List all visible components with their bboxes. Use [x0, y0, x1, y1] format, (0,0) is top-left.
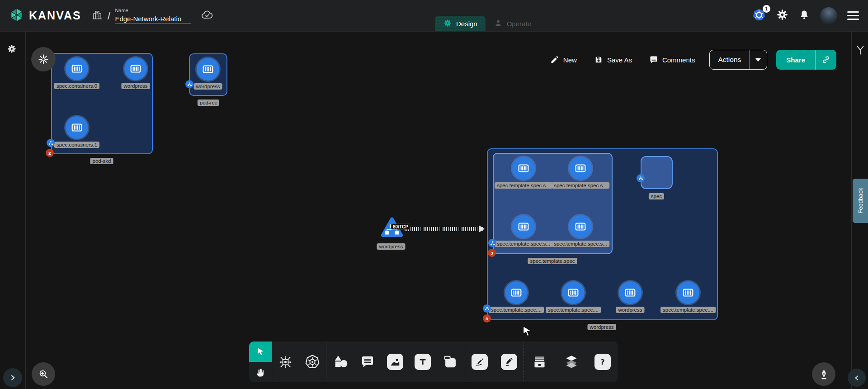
kanvas-logo[interactable]: KANVAS	[9, 7, 81, 24]
wordpress-outer-network-badge[interactable]	[483, 304, 491, 313]
organization-icon[interactable]	[91, 9, 103, 23]
node-label: spec.template.spec.s...	[552, 241, 609, 247]
node-label: wordpress	[121, 83, 150, 89]
freehand-pencil-icon	[501, 354, 517, 370]
spec-network-badge[interactable]	[637, 174, 645, 182]
tab-design-label: Design	[456, 20, 477, 28]
drawer-tool-button[interactable]	[524, 342, 556, 382]
container-icon[interactable]	[569, 157, 592, 180]
zoom-in-button[interactable]	[32, 362, 55, 386]
node-label: spec.containers.1	[54, 142, 99, 148]
container-icon[interactable]	[619, 281, 642, 304]
left-rail	[0, 32, 26, 389]
text-icon	[415, 354, 431, 370]
node-label: spec.template.spec.s...	[552, 182, 609, 189]
y-tool-icon[interactable]	[854, 44, 866, 58]
mesh-component-tool-button[interactable]	[272, 342, 299, 382]
save-as-button[interactable]: Save As	[588, 50, 638, 70]
pod-skd-network-badge[interactable]	[47, 139, 55, 147]
feedback-label: Feedback	[857, 188, 864, 213]
spec-template-network-badge[interactable]	[488, 239, 496, 247]
settings-gear-icon[interactable]	[776, 9, 788, 23]
group-spec-template-spec[interactable]	[493, 153, 613, 254]
user-avatar[interactable]	[820, 7, 837, 24]
tab-operate-label: Operate	[507, 20, 531, 28]
share-button[interactable]: Share	[776, 50, 836, 70]
tab-operate[interactable]: Operate	[486, 16, 539, 31]
wordpress-outer-count-badge[interactable]: 3	[483, 314, 491, 323]
node-spec[interactable]	[641, 156, 673, 189]
group-label-pod-skd: pod-skd	[90, 158, 113, 164]
design-flower-icon	[443, 19, 452, 29]
edge-arrowhead-icon	[479, 225, 485, 232]
design-name-input[interactable]	[115, 14, 191, 24]
container-icon[interactable]	[677, 281, 699, 304]
header-right: 1	[752, 7, 859, 24]
container-icon[interactable]	[124, 57, 147, 80]
layers-tool-button[interactable]	[556, 342, 587, 382]
canvas-toolbar: ?	[249, 342, 618, 382]
hand-tool-button[interactable]	[249, 362, 272, 382]
node-label: wordpress	[616, 307, 644, 313]
svg-text:?: ?	[600, 358, 604, 366]
hamburger-menu-icon[interactable]	[847, 11, 859, 20]
pen-nib-button[interactable]	[812, 362, 835, 386]
feedback-tab[interactable]: Feedback	[853, 179, 868, 223]
cursor-tool-button[interactable]	[249, 342, 272, 362]
container-icon[interactable]	[66, 57, 88, 80]
comments-button[interactable]: Comments	[643, 50, 702, 70]
node-label: spec.template.spec....	[489, 307, 544, 313]
notifications-bell-icon[interactable]	[798, 9, 810, 23]
app-header: KANVAS / Name	[0, 0, 868, 32]
node-label: spec.template.spec....	[546, 307, 601, 313]
meshery-spiral-icon[interactable]	[6, 43, 17, 56]
container-icon[interactable]	[562, 281, 585, 304]
pod-skd-count-badge[interactable]: 2	[46, 149, 54, 157]
kubernetes-tool-button[interactable]	[299, 342, 326, 382]
container-icon[interactable]	[512, 157, 535, 180]
container-icon[interactable]	[505, 281, 528, 304]
image-tool-button[interactable]	[382, 342, 409, 382]
frame-tool-button[interactable]	[436, 342, 465, 382]
group-label-wordpress-outer: wordpress	[587, 324, 616, 330]
container-icon[interactable]	[512, 215, 535, 238]
edge-label: 80/TCP	[391, 224, 410, 230]
copy-link-button[interactable]	[815, 50, 836, 70]
expand-right-panel-button[interactable]	[848, 369, 866, 387]
service-edge[interactable]	[405, 227, 484, 231]
container-icon[interactable]	[569, 215, 592, 238]
expand-left-panel-button[interactable]	[3, 368, 22, 387]
spec-template-count-badge[interactable]: 3	[488, 249, 496, 257]
app-title: KANVAS	[29, 9, 81, 22]
group-label-pod-rcc: pod-rcc	[198, 100, 219, 106]
operate-person-icon	[494, 19, 503, 29]
container-icon[interactable]	[197, 58, 219, 81]
design-name-field: Name	[115, 8, 191, 24]
kubernetes-context-button[interactable]: 1	[752, 8, 766, 24]
comment-tool-button[interactable]	[354, 342, 382, 382]
text-tool-button[interactable]	[409, 342, 436, 382]
tab-design[interactable]: Design	[435, 16, 486, 31]
image-icon	[387, 354, 403, 370]
mode-tabs: Design Operate	[435, 16, 539, 31]
help-tool-button[interactable]: ?	[587, 342, 618, 382]
shapes-tool-button[interactable]	[326, 342, 354, 382]
snowflake-button[interactable]	[31, 47, 56, 71]
actions-label: Actions	[710, 50, 749, 69]
pod-rcc-network-badge[interactable]	[185, 80, 193, 88]
edge-pen-icon	[472, 354, 488, 370]
edge-pen-tool-button[interactable]	[465, 342, 495, 382]
node-label: spec.template.spec.s...	[495, 182, 552, 189]
new-button[interactable]: New	[544, 50, 583, 70]
node-label: wordpress	[193, 83, 222, 90]
cloud-saved-icon	[201, 9, 213, 23]
design-canvas[interactable]: Feedback New	[0, 32, 868, 389]
share-label: Share	[776, 50, 815, 70]
kubernetes-context-count: 1	[763, 5, 770, 13]
freehand-tool-button[interactable]	[494, 342, 524, 382]
container-icon[interactable]	[66, 116, 88, 139]
actions-caret[interactable]	[749, 50, 767, 69]
pointer-tools-column	[249, 342, 272, 382]
question-mark-icon: ?	[594, 354, 611, 370]
actions-dropdown-button[interactable]: Actions	[709, 50, 767, 70]
